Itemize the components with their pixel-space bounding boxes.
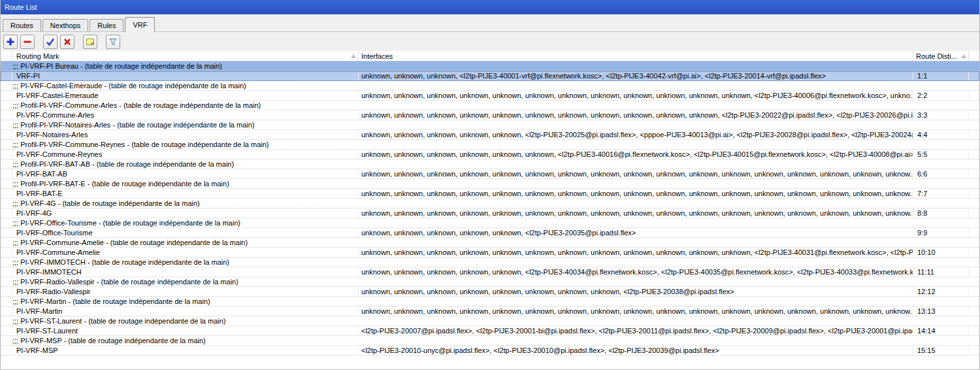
row-flag-cell	[1, 91, 12, 100]
comment-text: ;;; Profil-PI-VRF-BAT-AB - (table de rou…	[1, 160, 979, 169]
table-row[interactable]: PI-VRF-Commune-Arlesunknown, unknown, un…	[1, 110, 979, 120]
route-distinguisher-cell: 1:1	[913, 71, 969, 80]
window-titlebar[interactable]: Route List	[1, 0, 979, 14]
tab-vrf[interactable]: VRF	[125, 17, 155, 32]
table-row[interactable]: PI-VRF-Martinunknown, unknown, unknown, …	[1, 307, 979, 316]
comment-row[interactable]: ;;; PI-VRF-Office-Tourisme - (table de r…	[1, 218, 979, 228]
comment-text: ;;; PI-VRF-Radio-Vallespir - (table de r…	[1, 277, 979, 286]
table-row[interactable]: PI-VRF-MSP<l2tp-PIJE3-20010-unyc@pi.ipad…	[1, 346, 979, 356]
header-route-distinguisher-label: Route Disti...	[916, 52, 957, 60]
table-row[interactable]: PI-VRF-Castel-Emeraudeunknown, unknown, …	[1, 91, 979, 101]
route-distinguisher-cell: 4:4	[913, 130, 969, 139]
interfaces-cell: unknown, unknown, unknown, unknown, unkn…	[359, 209, 913, 218]
interfaces-cell: unknown, unknown, unknown, unknown, unkn…	[359, 228, 913, 237]
header-route-distinguisher[interactable]: Route Disti...	[913, 51, 969, 61]
header-spacer	[969, 51, 979, 61]
comment-text: ;;; PI-VRF-PI Bureau - (table de routage…	[1, 61, 979, 71]
comment-text: ;;; Profil-PI-VRF-BAT-E - (table de rout…	[1, 179, 979, 188]
comment-text: ;;; Profil-PI-VRF-Notaires-Arles - (tabl…	[1, 120, 979, 129]
header-routing-mark[interactable]: Routing Mark	[12, 51, 359, 61]
table-body: ;;; PI-VRF-PI Bureau - (table de routage…	[1, 61, 979, 369]
comment-text: ;;; PI-VRF-Office-Tourisme - (table de r…	[1, 218, 979, 227]
row-spacer-cell	[969, 307, 979, 316]
row-flag-cell	[1, 209, 12, 218]
routing-mark-cell: VRF-PI	[12, 71, 359, 80]
route-distinguisher-cell: 10:10	[913, 248, 969, 257]
remove-button[interactable]	[20, 35, 35, 49]
routing-mark-cell: PI-VRF-BAT-E	[12, 189, 359, 198]
interfaces-cell: unknown, unknown, unknown, unknown, unkn…	[359, 189, 913, 198]
toolbar	[1, 32, 979, 51]
comment-row[interactable]: ;;; Profil-PI-VRF-BAT-E - (table de rout…	[1, 179, 979, 189]
tab-rules[interactable]: Rules	[90, 19, 123, 31]
row-spacer-cell	[969, 169, 979, 178]
enable-button[interactable]	[43, 35, 57, 49]
row-spacer-cell	[969, 267, 979, 277]
sort-indicator-icon	[351, 54, 356, 58]
row-flag-cell	[1, 287, 12, 296]
comment-row[interactable]: ;;; PI-VRF-ST-Laurent - (table de routag…	[1, 316, 979, 326]
table-row[interactable]: PI-VRF-ST-Laurent<l2tp-PIJE3-20007@pi.ip…	[1, 326, 979, 336]
interfaces-cell: unknown, unknown, unknown, unknown, unkn…	[359, 248, 913, 257]
comment-row[interactable]: ;;; PI-VRF-Martin - (table de routage in…	[1, 297, 979, 307]
row-flag-cell	[1, 169, 12, 178]
comment-row[interactable]: ;;; PI-VRF-PI Bureau - (table de routage…	[1, 61, 979, 71]
comment-row[interactable]: ;;; PI-VRF-4G - (table de routage indépe…	[1, 199, 979, 209]
row-flag-cell	[1, 346, 12, 355]
row-flag-cell	[1, 248, 12, 257]
row-spacer-cell	[969, 110, 979, 120]
tab-nexthops[interactable]: Nexthops	[42, 19, 88, 31]
row-flag-cell	[1, 267, 12, 277]
route-list-window: Route List RoutesNexthopsRulesVRF Routin…	[0, 0, 980, 370]
table-row[interactable]: PI-VRF-BAT-ABunknown, unknown, unknown, …	[1, 169, 979, 179]
funnel-icon	[108, 37, 118, 46]
row-flag-cell	[1, 189, 12, 198]
comment-row[interactable]: ;;; Profil-PI-VRF-Commune-Arles - (table…	[1, 101, 979, 110]
disable-button[interactable]	[60, 35, 74, 49]
tab-routes[interactable]: Routes	[3, 19, 41, 31]
table-header: Routing Mark Interfaces Route Disti...	[1, 51, 979, 61]
window-title: Route List	[5, 3, 37, 11]
row-flag-cell	[1, 110, 12, 120]
comment-text: ;;; PI-VRF-Martin - (table de routage in…	[1, 297, 979, 306]
comment-row[interactable]: ;;; PI-VRF-Castel-Emeraude - (table de r…	[1, 81, 979, 91]
header-interfaces[interactable]: Interfaces	[359, 51, 913, 61]
table-row[interactable]: VRF-PIunknown, unknown, unknown, <l2tp-P…	[1, 71, 979, 81]
table-row[interactable]: PI-VRF-Commune-Amelieunknown, unknown, u…	[1, 248, 979, 258]
comment-row[interactable]: ;;; PI-VRF-Radio-Vallespir - (table de r…	[1, 277, 979, 287]
row-flag-cell	[1, 150, 12, 159]
route-distinguisher-cell: 12:12	[913, 287, 969, 296]
comment-row[interactable]: ;;; Profil-PI-VRF-BAT-AB - (table de rou…	[1, 160, 979, 169]
table-row[interactable]: PI-VRF-Office-Tourismeunknown, unknown, …	[1, 228, 979, 238]
comment-row[interactable]: ;;; Profil-PI-VRF-Notaires-Arles - (tabl…	[1, 120, 979, 130]
comment-button[interactable]	[83, 35, 97, 49]
interfaces-cell: <l2tp-PIJE3-20007@pi.ipadsl.flex>, <l2tp…	[359, 326, 913, 335]
add-button[interactable]	[3, 35, 18, 49]
header-interfaces-label: Interfaces	[361, 52, 393, 60]
interfaces-cell: unknown, unknown, unknown, unknown, unkn…	[359, 91, 913, 100]
comment-row[interactable]: ;;; PI-VRF-Commune-Amelie - (table de ro…	[1, 238, 979, 248]
table-row[interactable]: PI-VRF-IMMOTECHunknown, unknown, unknown…	[1, 267, 979, 277]
row-spacer-cell	[969, 150, 979, 159]
filter-button[interactable]	[106, 35, 120, 49]
comment-row[interactable]: ;;; PI-VRF-MSP - (table de routage indép…	[1, 336, 979, 346]
routing-mark-cell: PI-VRF-Commune-Amelie	[12, 248, 359, 257]
routing-mark-cell: PI-VRF-4G	[12, 209, 359, 218]
header-flag-column[interactable]	[1, 51, 12, 61]
routing-mark-cell: PI-VRF-MSP	[12, 346, 359, 355]
table-row[interactable]: PI-VRF-BAT-Eunknown, unknown, unknown, u…	[1, 189, 979, 199]
comment-text: ;;; PI-VRF-ST-Laurent - (table de routag…	[1, 316, 979, 326]
comment-text: ;;; PI-VRF-IMMOTECH - (table de routage …	[1, 258, 979, 267]
comment-row[interactable]: ;;; Profil-PI-VRF-Commune-Reynes - (tabl…	[1, 140, 979, 150]
route-distinguisher-cell: 14:14	[913, 326, 969, 335]
routing-mark-cell: PI-VRF-Martin	[12, 307, 359, 316]
check-icon	[46, 37, 55, 46]
table-row[interactable]: PI-VRF-4Gunknown, unknown, unknown, unkn…	[1, 209, 979, 218]
comment-row[interactable]: ;;; PI-VRF-IMMOTECH - (table de routage …	[1, 258, 979, 267]
table-row[interactable]: PI-VRF-Commune-Reynesunknown, unknown, u…	[1, 150, 979, 160]
route-distinguisher-cell: 5:5	[913, 150, 969, 159]
table-row[interactable]: PI-VRF-Radio-Vallespirunknown, unknown, …	[1, 287, 979, 297]
routing-mark-cell: PI-VRF-IMMOTECH	[12, 267, 359, 277]
table-row[interactable]: PI-VRF-Notaires-Arlesunknown, unknown, u…	[1, 130, 979, 140]
routing-mark-cell: PI-VRF-Notaires-Arles	[12, 130, 359, 139]
